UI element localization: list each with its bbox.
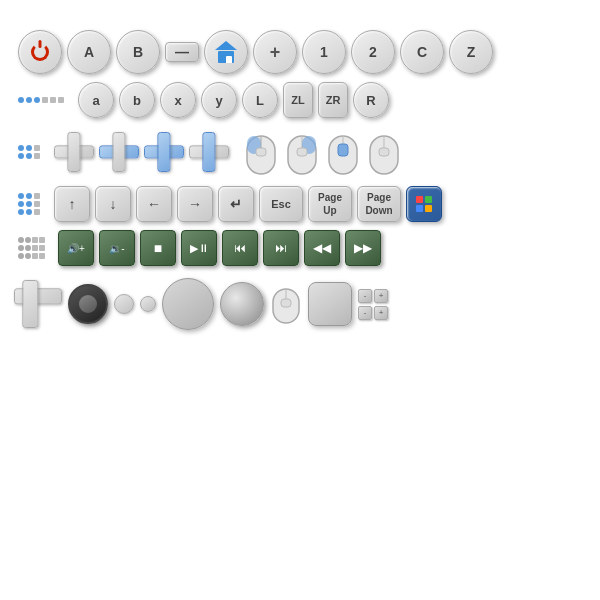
- dpad-normal[interactable]: [54, 132, 94, 172]
- mini-button-1[interactable]: -: [358, 289, 372, 303]
- bump-button-1[interactable]: [114, 294, 134, 314]
- mouse-left-click[interactable]: [243, 126, 279, 178]
- dpad-blue-h[interactable]: [99, 132, 139, 172]
- dot: [32, 253, 38, 259]
- power-icon: [31, 43, 49, 61]
- dpad-blue-v[interactable]: [189, 132, 229, 172]
- dot: [25, 245, 31, 251]
- orb-button[interactable]: [220, 282, 264, 326]
- stop-button[interactable]: ■: [140, 230, 176, 266]
- button-ZR[interactable]: ZR: [318, 82, 348, 118]
- button-ZL[interactable]: ZL: [283, 82, 313, 118]
- joystick[interactable]: [68, 284, 108, 324]
- win-sq-4: [425, 205, 432, 212]
- dpad-blue-all[interactable]: [144, 132, 184, 172]
- row-5: 🔊+ 🔉- ■ ▶⏸ ⏮ ⏭ ◀◀ ▶▶: [10, 230, 590, 266]
- dot: [18, 97, 24, 103]
- dot: [32, 237, 38, 243]
- win-sq-1: [416, 196, 423, 203]
- mouse-scroll[interactable]: [325, 126, 361, 178]
- svg-rect-11: [338, 144, 348, 156]
- mouse-icon: [366, 126, 402, 178]
- svg-rect-3: [256, 148, 266, 156]
- row-6: - + - +: [10, 278, 590, 330]
- page-up-key[interactable]: PageUp: [308, 186, 352, 222]
- button-Z[interactable]: Z: [449, 30, 493, 74]
- svg-rect-8: [297, 148, 307, 156]
- page-down-key[interactable]: PageDown: [357, 186, 401, 222]
- flat-square-button[interactable]: [308, 282, 352, 326]
- arrow-right-key[interactable]: →: [177, 186, 213, 222]
- dpad-vertical: [67, 132, 80, 172]
- dot: [26, 193, 32, 199]
- button-icons-container: A B — + 1 2 C: [0, 0, 600, 600]
- home-icon: [215, 41, 237, 63]
- play-pause-button[interactable]: ▶⏸: [181, 230, 217, 266]
- mouse-plain[interactable]: [366, 126, 402, 178]
- button-minus[interactable]: —: [165, 42, 199, 62]
- dot: [34, 201, 40, 207]
- button-home[interactable]: [204, 30, 248, 74]
- win-sq-2: [425, 196, 432, 203]
- button-A[interactable]: A: [67, 30, 111, 74]
- circle-button-large[interactable]: [162, 278, 214, 330]
- button-R[interactable]: R: [353, 82, 389, 118]
- button-C[interactable]: C: [400, 30, 444, 74]
- fast-forward-button[interactable]: ▶▶: [345, 230, 381, 266]
- dot-indicator-row5: [18, 237, 44, 259]
- mouse-small[interactable]: [270, 281, 302, 327]
- dpad-large[interactable]: [14, 280, 62, 328]
- dot-indicator-row2: [18, 97, 64, 103]
- rewind-button[interactable]: ◀◀: [304, 230, 340, 266]
- button-a[interactable]: a: [78, 82, 114, 118]
- svg-rect-14: [379, 148, 389, 156]
- dot: [18, 237, 24, 243]
- button-y[interactable]: y: [201, 82, 237, 118]
- previous-track-button[interactable]: ⏮: [222, 230, 258, 266]
- dpad-vertical: [202, 132, 215, 172]
- volume-up-button[interactable]: 🔊+: [58, 230, 94, 266]
- dot: [26, 97, 32, 103]
- arrow-up-key[interactable]: ↑: [54, 186, 90, 222]
- enter-key[interactable]: ↵: [218, 186, 254, 222]
- joystick-cap: [79, 295, 97, 313]
- mini-button-2[interactable]: +: [374, 289, 388, 303]
- button-x[interactable]: x: [160, 82, 196, 118]
- esc-key[interactable]: Esc: [259, 186, 303, 222]
- mini-button-4[interactable]: +: [374, 306, 388, 320]
- button-B[interactable]: B: [116, 30, 160, 74]
- mouse-small-icon: [270, 281, 302, 327]
- dot: [34, 153, 40, 159]
- mini-button-3[interactable]: -: [358, 306, 372, 320]
- bump-button-2[interactable]: [140, 296, 156, 312]
- dot: [26, 201, 32, 207]
- win-sq-3: [416, 205, 423, 212]
- cluster-top-row: - +: [358, 289, 388, 303]
- windows-key[interactable]: [406, 186, 442, 222]
- dpad-horizontal: [14, 289, 62, 304]
- power-button[interactable]: [18, 30, 62, 74]
- dot: [25, 253, 31, 259]
- dot: [18, 209, 24, 215]
- dpad-vertical: [112, 132, 125, 172]
- button-b[interactable]: b: [119, 82, 155, 118]
- windows-icon: [416, 196, 432, 212]
- button-2[interactable]: 2: [351, 30, 395, 74]
- mouse-icon: [284, 126, 320, 178]
- dot: [34, 97, 40, 103]
- next-track-button[interactable]: ⏭: [263, 230, 299, 266]
- volume-down-button[interactable]: 🔉-: [99, 230, 135, 266]
- button-cluster: - + - +: [358, 289, 388, 320]
- row-3: [10, 126, 590, 178]
- dot: [39, 237, 45, 243]
- svg-rect-17: [281, 299, 291, 307]
- row-4: ↑ ↓ ← → ↵ Esc PageUp PageDown: [10, 186, 590, 222]
- arrow-down-key[interactable]: ↓: [95, 186, 131, 222]
- button-L[interactable]: L: [242, 82, 278, 118]
- mouse-right-click[interactable]: [284, 126, 320, 178]
- dot: [18, 245, 24, 251]
- arrow-left-key[interactable]: ←: [136, 186, 172, 222]
- button-plus[interactable]: +: [253, 30, 297, 74]
- button-1[interactable]: 1: [302, 30, 346, 74]
- dot: [18, 145, 24, 151]
